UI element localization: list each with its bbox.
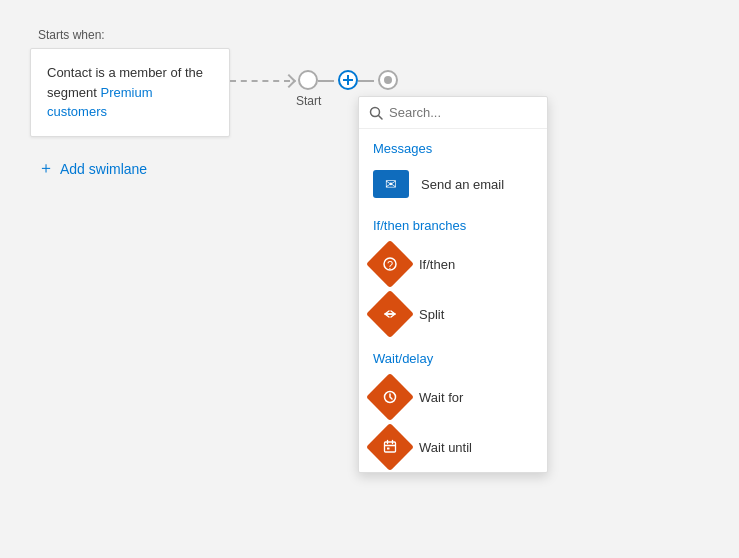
ifthen-icon: ? — [366, 240, 414, 288]
split-label: Split — [419, 307, 444, 322]
search-bar — [359, 97, 547, 129]
short-line-2 — [358, 80, 374, 82]
search-input[interactable] — [389, 105, 537, 120]
add-step-button[interactable] — [338, 70, 358, 90]
search-icon — [369, 106, 383, 120]
circle-node-end — [378, 70, 398, 90]
section-ifthen-label: If/then branches — [359, 206, 547, 239]
svg-text:?: ? — [387, 259, 393, 271]
wait-until-label: Wait until — [419, 440, 472, 455]
svg-line-1 — [379, 115, 383, 119]
ifthen-label: If/then — [419, 257, 455, 272]
panel-content: Messages ✉ Send an email If/then branche… — [359, 129, 547, 472]
action-item-wait-for[interactable]: Wait for — [359, 372, 547, 422]
connector-arrow — [282, 74, 296, 88]
svg-rect-5 — [385, 442, 396, 452]
section-wait-label: Wait/delay — [359, 339, 547, 372]
trigger-card: Contact is a member of the segment Premi… — [30, 48, 230, 137]
wait-for-label: Wait for — [419, 390, 463, 405]
start-label: Start — [296, 94, 321, 108]
wait-for-icon — [366, 373, 414, 421]
circle-node-start — [298, 70, 318, 90]
send-email-icon: ✉ — [373, 170, 409, 198]
send-email-label: Send an email — [421, 177, 504, 192]
add-swimlane-label: Add swimlane — [60, 161, 147, 177]
starts-when-label: Starts when: — [38, 28, 105, 42]
action-item-send-email[interactable]: ✉ Send an email — [359, 162, 547, 206]
section-messages-label: Messages — [359, 129, 547, 162]
split-icon — [366, 290, 414, 338]
svg-rect-9 — [387, 448, 390, 450]
wait-until-icon — [366, 423, 414, 471]
action-item-split[interactable]: Split — [359, 289, 547, 339]
plus-icon: ＋ — [38, 158, 54, 179]
action-item-ifthen[interactable]: ? If/then — [359, 239, 547, 289]
add-swimlane-button[interactable]: ＋ Add swimlane — [38, 158, 147, 179]
connector — [230, 70, 398, 90]
action-dropdown-panel: Messages ✉ Send an email If/then branche… — [358, 96, 548, 473]
short-line-1 — [318, 80, 334, 82]
action-item-wait-until[interactable]: Wait until — [359, 422, 547, 472]
canvas: Starts when: Contact is a member of the … — [0, 0, 739, 558]
